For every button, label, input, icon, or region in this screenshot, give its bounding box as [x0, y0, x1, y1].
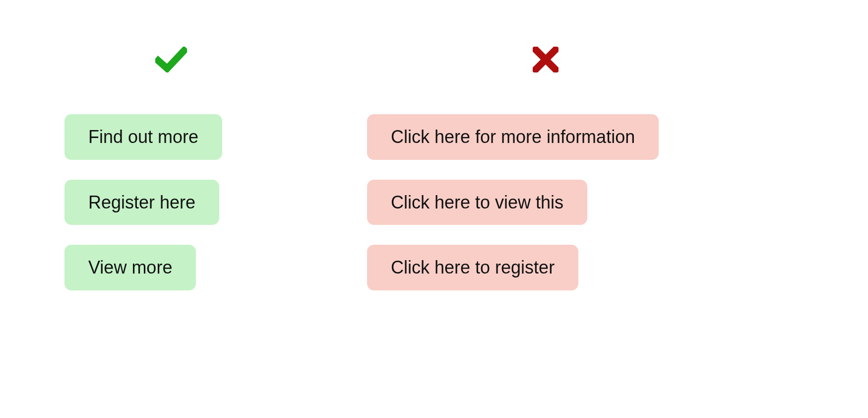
- cross-icon: [533, 47, 558, 72]
- pill-label: Click here for more information: [391, 127, 635, 147]
- pill-label: View more: [88, 257, 172, 278]
- pill-label: Click here to register: [391, 257, 555, 278]
- good-example-pill: Register here: [64, 180, 219, 225]
- good-examples-column: Find out more Register here View more: [64, 45, 278, 310]
- comparison-container: Find out more Register here View more Cl…: [0, 0, 868, 310]
- pill-label: Register here: [88, 192, 195, 212]
- good-example-pill: View more: [64, 245, 196, 290]
- good-example-pill: Find out more: [64, 114, 222, 160]
- bad-example-pill: Click here to view this: [367, 180, 587, 225]
- bad-example-pill: Click here for more information: [367, 114, 659, 160]
- pill-label: Find out more: [88, 127, 198, 147]
- good-icon-row: [64, 45, 278, 74]
- bad-icon-row: [367, 45, 724, 74]
- check-icon: [155, 47, 187, 72]
- bad-examples-column: Click here for more information Click he…: [367, 45, 724, 310]
- bad-example-pill: Click here to register: [367, 245, 578, 290]
- pill-label: Click here to view this: [391, 192, 563, 212]
